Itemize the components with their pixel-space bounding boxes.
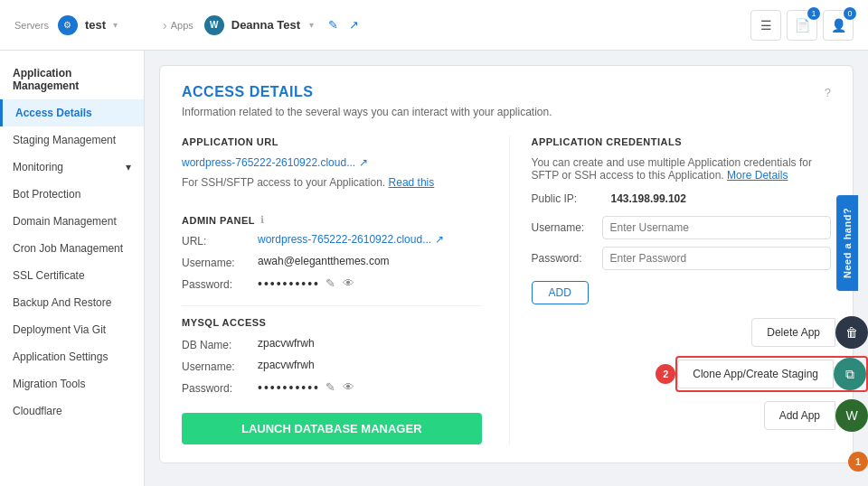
top-actions: ☰ 📄1 👤0 [750, 10, 854, 41]
sidebar-item-backup[interactable]: Backup And Restore [0, 289, 144, 316]
db-name-label: DB Name: [182, 337, 254, 351]
db-show-password-icon[interactable]: 👁 [341, 380, 356, 394]
admin-title-row: ADMIN PANEL ℹ [182, 214, 482, 226]
mysql-section: MYSQL ACCESS DB Name: zpacvwfrwh Usernam… [182, 305, 482, 444]
server-chevron-icon[interactable]: ▾ [113, 20, 118, 30]
file-badge: 1 [807, 7, 820, 20]
server-name: test [85, 18, 106, 32]
username-cred-label: Username: [532, 221, 595, 234]
admin-password-label: Password: [182, 276, 254, 291]
db-password-row: Password: •••••••••• ✎ 👁 [182, 380, 482, 395]
app-cred-note: You can create and use multiple Applicat… [532, 156, 832, 182]
sidebar: Application Management Access Details St… [0, 51, 145, 486]
sidebar-item-cron[interactable]: Cron Job Management [0, 235, 144, 262]
user-button[interactable]: 👤0 [823, 10, 854, 41]
main-content: ACCESS DETAILS ? Information related to … [145, 51, 868, 486]
db-username-label: Username: [182, 359, 254, 373]
app-url-ext-icon[interactable]: ↗ [359, 156, 368, 169]
grid-view-button[interactable]: ☰ [750, 10, 781, 41]
admin-username-value: awah@elegantthemes.com [258, 255, 390, 267]
delete-app-icon[interactable]: 🗑 [835, 316, 868, 349]
clone-app-row: Clone App/Create Staging ⧉ 2 [675, 356, 868, 392]
admin-panel-title: ADMIN PANEL [182, 215, 255, 226]
left-column: APPLICATION URL wordpress-765222-2610922… [182, 136, 482, 444]
admin-panel-section: ADMIN PANEL ℹ URL: wordpress-765222-2610… [182, 214, 482, 291]
layout: Application Management Access Details St… [0, 51, 868, 486]
clone-badge-number: 2 [656, 364, 675, 384]
ssh-note-row: For SSH/SFTP access to your Application.… [182, 176, 482, 200]
db-name-row: DB Name: zpacvwfrwh [182, 337, 482, 351]
admin-show-password-icon[interactable]: 👁 [341, 276, 356, 290]
clone-app-icon[interactable]: ⧉ [834, 358, 866, 390]
apps-section: Apps W Deanna Test ▾ ✎ ↗ [171, 15, 750, 35]
user-badge: 0 [844, 7, 856, 20]
db-password-label: Password: [182, 380, 254, 395]
need-a-hand-button[interactable]: Need a hand? [836, 195, 858, 291]
mysql-section-title: MYSQL ACCESS [182, 317, 482, 328]
add-credentials-button[interactable]: ADD [532, 281, 589, 304]
card-header: ACCESS DETAILS ? [182, 84, 831, 100]
db-name-value: zpacvwfrwh [258, 337, 315, 350]
db-edit-password-icon[interactable]: ✎ [324, 380, 337, 394]
sidebar-item-cloudflare[interactable]: Cloudflare [0, 397, 144, 425]
sidebar-item-access-details[interactable]: Access Details [0, 99, 144, 126]
admin-password-row: Password: •••••••••• ✎ 👁 [182, 276, 482, 291]
admin-url-ext-icon[interactable]: ↗ [435, 233, 444, 246]
db-username-value: zpacvwfrwh [258, 359, 315, 371]
sidebar-item-domain[interactable]: Domain Management [0, 208, 144, 235]
sidebar-item-migration[interactable]: Migration Tools [0, 370, 144, 397]
server-icon: ⚙ [58, 15, 78, 35]
public-ip-label: Public IP: [532, 192, 604, 205]
db-username-row: Username: zpacvwfrwh [182, 359, 482, 373]
app-url-value[interactable]: wordpress-765222-2610922.cloud... ↗ [182, 156, 368, 169]
sidebar-item-monitoring[interactable]: Monitoring ▾ [0, 154, 144, 181]
admin-url-row: URL: wordpress-765222-2610922.cloud... ↗ [182, 233, 482, 248]
monitoring-arrow-icon: ▾ [126, 161, 131, 173]
wp-icon: W [204, 15, 224, 35]
app-url-section-title: APPLICATION URL [182, 136, 482, 147]
breadcrumb-arrow: › [163, 18, 167, 33]
public-ip-value: 143.198.99.102 [611, 192, 686, 205]
help-icon[interactable]: ? [825, 86, 831, 99]
sidebar-item-staging[interactable]: Staging Management [0, 126, 144, 154]
password-input[interactable] [602, 247, 832, 270]
admin-edit-password-icon[interactable]: ✎ [324, 276, 337, 290]
sidebar-item-app-settings[interactable]: Application Settings [0, 343, 144, 370]
app-cred-section-title: APPLICATION CREDENTIALS [532, 136, 832, 147]
password-field-row: Password: [532, 247, 832, 270]
username-input[interactable] [602, 216, 832, 239]
admin-username-label: Username: [182, 255, 254, 269]
server-section: Servers ⚙ test ▾ [14, 15, 159, 35]
top-bar: Servers ⚙ test ▾ › Apps W Deanna Test ▾ … [0, 0, 868, 51]
app-name: Deanna Test [231, 18, 300, 32]
mysql-divider [182, 305, 482, 306]
delete-app-button[interactable]: Delete App [751, 318, 835, 347]
db-password-dots: •••••••••• [258, 380, 320, 395]
launch-database-manager-button[interactable]: LAUNCH DATABASE MANAGER [182, 413, 482, 444]
more-details-link[interactable]: More Details [727, 169, 788, 182]
sidebar-item-git[interactable]: Deployment Via Git [0, 316, 144, 343]
admin-url-value[interactable]: wordpress-765222-2610922.cloud... ↗ [258, 233, 444, 246]
add-app-button[interactable]: Add App [764, 401, 835, 430]
card-title: ACCESS DETAILS [182, 84, 313, 100]
edit-icon[interactable]: ✎ [328, 18, 338, 32]
app-chevron-icon[interactable]: ▾ [309, 20, 314, 30]
admin-info-icon[interactable]: ℹ [260, 214, 264, 226]
app-url-row: wordpress-765222-2610922.cloud... ↗ [182, 156, 482, 169]
username-field-row: Username: [532, 216, 832, 239]
admin-password-dots: •••••••••• [258, 276, 320, 291]
apps-label: Apps [171, 20, 193, 31]
file-button[interactable]: 📄1 [787, 10, 817, 41]
card-description: Information related to the several ways … [182, 106, 831, 118]
sidebar-item-ssl[interactable]: SSL Certificate [0, 262, 144, 289]
add-app-icon[interactable]: W [835, 399, 868, 432]
admin-username-row: Username: awah@elegantthemes.com [182, 255, 482, 269]
clone-app-button[interactable]: Clone App/Create Staging [677, 360, 834, 388]
external-link-icon[interactable]: ↗ [349, 18, 359, 32]
sidebar-item-bot-protection[interactable]: Bot Protection [0, 181, 144, 208]
add-app-row: Add App W [764, 399, 868, 432]
ssh-note: For SSH/SFTP access to your Application.… [182, 176, 434, 189]
read-this-link[interactable]: Read this [389, 176, 435, 189]
delete-app-row: Delete App 🗑 [751, 316, 868, 349]
servers-label: Servers [14, 20, 49, 31]
